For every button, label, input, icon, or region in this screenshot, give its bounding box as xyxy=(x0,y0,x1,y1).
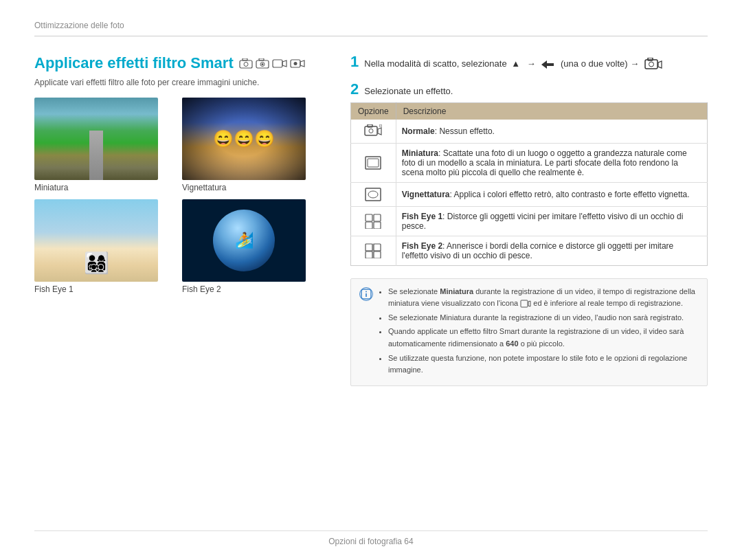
svg-point-6 xyxy=(261,63,263,65)
svg-rect-31 xyxy=(374,244,381,251)
col-opzione: Opzione xyxy=(351,102,396,120)
svg-rect-14 xyxy=(648,58,653,60)
svg-rect-7 xyxy=(273,60,282,67)
camera-icon xyxy=(239,58,253,69)
svg-rect-39 xyxy=(521,300,528,307)
normale-icon: R xyxy=(364,124,382,138)
svg-rect-33 xyxy=(374,251,381,258)
table-row: Miniatura: Scattate una foto di un luogo… xyxy=(351,143,708,182)
section-title: Applicare effetti filtro Smart xyxy=(34,54,323,72)
note-item: Se selezionate Miniatura durante la regi… xyxy=(388,286,699,310)
svg-rect-32 xyxy=(366,251,372,258)
svg-point-38 xyxy=(366,291,367,292)
inline-icon xyxy=(520,300,531,308)
miniatura-bold: Miniatura xyxy=(402,148,438,158)
img-fisheye1-box xyxy=(34,199,158,282)
fisheye2-label: Fish Eye 2 xyxy=(182,284,323,294)
svg-point-25 xyxy=(368,191,378,198)
col-descrizione: Descrizione xyxy=(396,102,707,120)
table-row: R Normale: Nessun effetto. xyxy=(351,120,708,144)
miniatura-icon xyxy=(365,156,381,170)
desc-fisheye1: Fish Eye 1: Distorce gli oggetti vicini … xyxy=(396,206,707,236)
step1-section: 1 Nella modalità di scatto, selezionate … xyxy=(350,54,708,71)
vignettatura-label: Vignettatura xyxy=(182,183,323,192)
svg-marker-8 xyxy=(282,60,286,67)
note-item: Se selezionate Miniatura durante la regi… xyxy=(388,312,699,324)
title-icons xyxy=(239,58,305,69)
svg-point-2 xyxy=(244,62,248,66)
normale-bold: Normale xyxy=(402,126,435,136)
image-vignettatura: Vignettatura xyxy=(182,98,323,192)
footer-text: Opzioni di fotografia xyxy=(328,537,402,546)
note-icon xyxy=(359,287,373,301)
step1-arrow-icon xyxy=(540,59,555,70)
fisheye1-icon xyxy=(365,214,381,229)
svg-rect-0 xyxy=(240,60,252,68)
svg-text:R: R xyxy=(379,124,382,128)
icon-cell-fisheye1 xyxy=(351,206,396,236)
footer-page: 64 xyxy=(404,537,413,546)
title-text: Applicare effetti filtro Smart xyxy=(34,54,234,72)
vignettatura-bold: Vignettatura xyxy=(402,190,450,199)
desc-fisheye2: Fish Eye 2: Annerisce i bordi della corn… xyxy=(396,236,707,265)
note-item: Se utilizzate questa funzione, non potet… xyxy=(388,352,699,377)
svg-rect-28 xyxy=(366,222,372,229)
svg-marker-20 xyxy=(378,128,381,135)
svg-point-15 xyxy=(649,62,653,67)
miniatura-label: Miniatura xyxy=(34,183,175,192)
video-camera2-icon xyxy=(290,58,305,69)
svg-rect-1 xyxy=(243,58,247,60)
svg-rect-27 xyxy=(374,214,381,221)
vignettatura-icon xyxy=(365,188,381,201)
icon-cell-normale: R xyxy=(351,120,396,144)
svg-rect-18 xyxy=(368,124,372,127)
step1-header: 1 Nella modalità di scatto, selezionate … xyxy=(350,54,708,71)
notes-content: Se selezionate Miniatura durante la regi… xyxy=(380,286,699,379)
table-row: Fish Eye 2: Annerisce i bordi della corn… xyxy=(351,236,708,265)
video-camera-icon xyxy=(272,58,287,69)
icon-cell-vignettatura xyxy=(351,182,396,206)
step2-header: 2 Selezionate un effetto. xyxy=(350,82,708,97)
footer: Opzioni di fotografia 64 xyxy=(34,530,708,546)
fisheye2-person: 🏄 xyxy=(235,232,254,249)
fisheye1-photo xyxy=(34,199,158,282)
info-icon xyxy=(360,288,372,300)
svg-rect-29 xyxy=(374,222,381,229)
svg-point-19 xyxy=(369,128,373,133)
step1-text: Nella modalità di scatto, selezionate ▲ … xyxy=(364,58,662,71)
desc-normale: Normale: Nessun effetto. xyxy=(396,120,707,144)
svg-point-11 xyxy=(293,62,297,65)
svg-rect-23 xyxy=(368,159,379,167)
miniatura-photo xyxy=(34,98,158,180)
subtitle-text: Applicate vari effetti filtro alle foto … xyxy=(34,78,323,87)
svg-rect-30 xyxy=(366,244,372,251)
icon-cell-fisheye2 xyxy=(351,236,396,265)
fisheye2-photo: 🏄 xyxy=(182,199,306,282)
breadcrumb: Ottimizzazione delle foto xyxy=(34,21,708,36)
step2-number: 2 xyxy=(350,82,359,97)
image-miniatura: Miniatura xyxy=(34,98,175,192)
svg-marker-16 xyxy=(658,61,662,68)
table-row: Fish Eye 1: Distorce gli oggetti vicini … xyxy=(351,206,708,236)
svg-rect-4 xyxy=(259,58,264,60)
step2-text: Selezionate un effetto. xyxy=(364,86,453,96)
fisheye1-label: Fish Eye 1 xyxy=(34,284,175,294)
desc-miniatura: Miniatura: Scattate una foto di un luogo… xyxy=(396,143,707,182)
step2-section: 2 Selezionate un effetto. Opzione Descri… xyxy=(350,82,708,266)
notes-box: Se selezionate Miniatura durante la regi… xyxy=(350,278,708,386)
desc-vignettatura: Vignettatura: Applica i colori effetto r… xyxy=(396,182,707,206)
image-fisheye1: Fish Eye 1 xyxy=(34,199,175,294)
svg-marker-40 xyxy=(528,301,530,306)
svg-rect-13 xyxy=(645,60,657,69)
images-grid: Miniatura Vignettatura Fish Ey xyxy=(34,98,323,294)
table-row: Vignettatura: Applica i colori effetto r… xyxy=(351,182,708,206)
effects-table: Opzione Descrizione xyxy=(350,102,708,266)
step1-cam-icon xyxy=(644,58,662,71)
image-fisheye2: 🏄 Fish Eye 2 xyxy=(182,199,323,294)
img-fisheye2-box: 🏄 xyxy=(182,199,306,282)
camera2-icon xyxy=(256,58,269,69)
note-item: Quando applicate un effetto filtro Smart… xyxy=(388,326,699,350)
img-miniatura-box xyxy=(34,98,158,180)
svg-rect-17 xyxy=(365,126,377,135)
fisheye2-circle: 🏄 xyxy=(213,210,275,271)
